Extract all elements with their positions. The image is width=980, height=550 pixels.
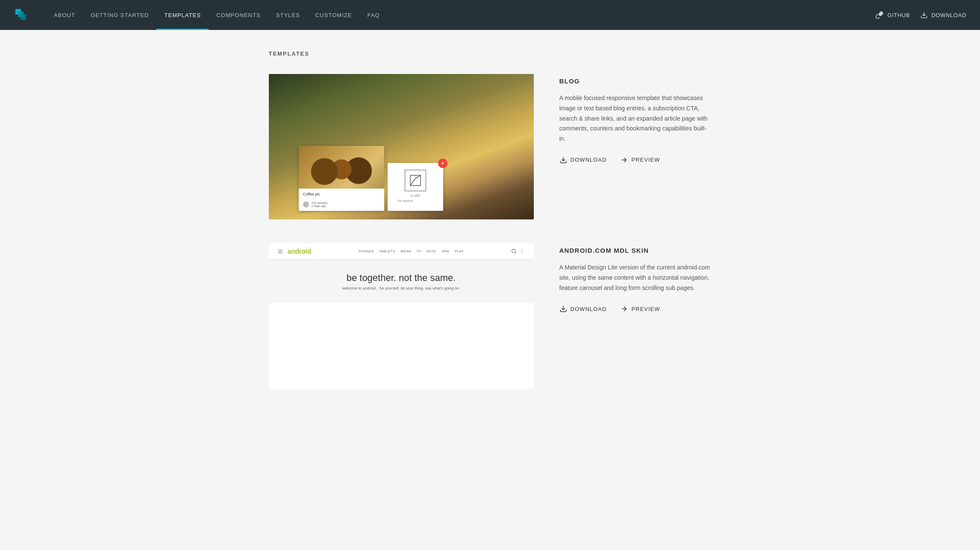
header: ABOUT GETTING STARTED TEMPLATES COMPONEN… bbox=[0, 0, 980, 30]
svg-point-16 bbox=[522, 252, 523, 253]
nav-components[interactable]: COMPONENTS bbox=[209, 0, 268, 30]
hamburger-icon bbox=[277, 248, 283, 254]
android-download-button[interactable]: Download bbox=[559, 305, 607, 313]
blog-card-icon-wrapper: + +1,337 bbox=[388, 163, 443, 211]
blog-card-count: +1,337 bbox=[410, 194, 421, 198]
android-template-desc: A Material Design Lite version of the cu… bbox=[559, 263, 712, 293]
blog-card-author: The Newest bbox=[312, 201, 327, 204]
android-nav-auto: AUTO bbox=[427, 249, 437, 253]
blog-card-icon: +1,337 The Newest bbox=[388, 163, 443, 211]
android-nav-tv: TV bbox=[417, 249, 421, 253]
android-mockup: android PHONES TABLETS WEAR TV AUTO ONE … bbox=[269, 243, 534, 389]
android-download-label: Download bbox=[571, 306, 607, 312]
svg-line-13 bbox=[515, 252, 516, 253]
nav-about[interactable]: ABOUT bbox=[46, 0, 83, 30]
download-header-label: Download bbox=[931, 12, 966, 18]
blog-card-icon-svg bbox=[405, 170, 426, 191]
android-nav: PHONES TABLETS WEAR TV AUTO ONE PLAY bbox=[359, 249, 464, 253]
plus-badge: + bbox=[438, 159, 447, 168]
android-nav-phones: PHONES bbox=[359, 249, 374, 253]
blog-card-avatar bbox=[303, 201, 309, 207]
download-icon bbox=[559, 156, 567, 164]
blog-template-info: BLOG A mobile focused responsive templat… bbox=[559, 74, 712, 164]
header-actions: GitHub Download bbox=[875, 11, 966, 19]
github-label: GitHub bbox=[887, 12, 910, 18]
blog-card-right-author: The Newest bbox=[397, 199, 434, 202]
svg-line-6 bbox=[415, 175, 421, 178]
nav-faq[interactable]: FAQ bbox=[360, 0, 388, 30]
android-template-image: android PHONES TABLETS WEAR TV AUTO ONE … bbox=[269, 243, 534, 389]
svg-rect-2 bbox=[21, 14, 26, 20]
android-hero: be together. not the same. welcome to an… bbox=[269, 260, 534, 303]
svg-point-12 bbox=[512, 249, 516, 253]
blog-card-meta: The Newest 2 days ago bbox=[299, 200, 384, 211]
android-download-icon bbox=[559, 305, 567, 313]
nav-customize[interactable]: CUSTOMIZE bbox=[308, 0, 360, 30]
blog-download-button[interactable]: Download bbox=[559, 156, 607, 164]
blog-template-image: Coffee pic The Newest 2 days ago + bbox=[269, 74, 534, 219]
android-hero-sub: welcome to android... be yourself. do yo… bbox=[277, 286, 525, 290]
svg-point-15 bbox=[522, 251, 523, 252]
download-header-link[interactable]: Download bbox=[920, 11, 966, 19]
android-search-icon bbox=[511, 248, 517, 254]
blog-card-photo: Coffee pic The Newest 2 days ago bbox=[299, 146, 384, 211]
page-title: TEMPLATES bbox=[269, 50, 712, 57]
android-preview-button[interactable]: Preview bbox=[620, 305, 660, 313]
blog-cards-container: Coffee pic The Newest 2 days ago + bbox=[299, 146, 443, 211]
android-nav-one: ONE bbox=[441, 249, 450, 253]
android-arrow-right-icon bbox=[620, 305, 628, 313]
android-hero-title: be together. not the same. bbox=[277, 272, 525, 284]
android-logo: android bbox=[288, 248, 311, 255]
download-header-icon bbox=[920, 11, 928, 19]
android-template-actions: Download Preview bbox=[559, 305, 712, 313]
android-nav-play: PLAY bbox=[455, 249, 464, 253]
blog-preview-button[interactable]: Preview bbox=[620, 156, 660, 164]
blog-card-right-meta: The Newest bbox=[394, 198, 436, 204]
android-more-icon bbox=[519, 248, 525, 254]
nav-styles[interactable]: STYLES bbox=[268, 0, 308, 30]
blog-card-photo-img bbox=[299, 146, 384, 189]
template-card-android: android PHONES TABLETS WEAR TV AUTO ONE … bbox=[269, 243, 712, 389]
logo[interactable] bbox=[14, 7, 29, 23]
main-nav: ABOUT GETTING STARTED TEMPLATES COMPONEN… bbox=[46, 0, 875, 30]
blog-download-label: Download bbox=[571, 157, 607, 163]
svg-point-14 bbox=[522, 249, 523, 250]
arrow-right-icon bbox=[620, 156, 628, 164]
blog-template-actions: Download Preview bbox=[559, 156, 712, 164]
android-nav-wear: WEAR bbox=[400, 249, 412, 253]
android-preview-label: Preview bbox=[631, 306, 660, 312]
github-icon bbox=[875, 11, 884, 19]
blog-template-name: BLOG bbox=[559, 77, 712, 85]
nav-getting-started[interactable]: GETTING STARTED bbox=[83, 0, 156, 30]
template-card-blog: Coffee pic The Newest 2 days ago + bbox=[269, 74, 712, 219]
blog-preview-label: Preview bbox=[631, 157, 660, 163]
coffee-mugs-image bbox=[299, 146, 384, 189]
svg-rect-4 bbox=[410, 175, 421, 186]
blog-card-date: 2 days ago bbox=[312, 204, 327, 207]
android-template-info: ANDROID.COM MDL SKIN A Material Design L… bbox=[559, 243, 712, 313]
blog-cards-wrapper: Coffee pic The Newest 2 days ago + bbox=[299, 146, 443, 211]
android-mockup-header: android PHONES TABLETS WEAR TV AUTO ONE … bbox=[269, 243, 534, 260]
blog-card-caption: Coffee pic bbox=[299, 189, 384, 200]
nav-templates[interactable]: TEMPLATES bbox=[156, 0, 209, 30]
github-link[interactable]: GitHub bbox=[875, 11, 910, 19]
main-content: TEMPLATES Coffee pic bbox=[255, 30, 725, 440]
android-nav-tablets: TABLETS bbox=[379, 249, 395, 253]
blog-card-info: The Newest 2 days ago bbox=[312, 201, 327, 207]
blog-mockup: Coffee pic The Newest 2 days ago + bbox=[269, 74, 534, 219]
blog-template-desc: A mobile focused responsive template tha… bbox=[559, 93, 712, 144]
svg-line-5 bbox=[410, 178, 415, 186]
android-template-name: ANDROID.COM MDL SKIN bbox=[559, 247, 712, 254]
android-nav-icons bbox=[511, 248, 525, 254]
